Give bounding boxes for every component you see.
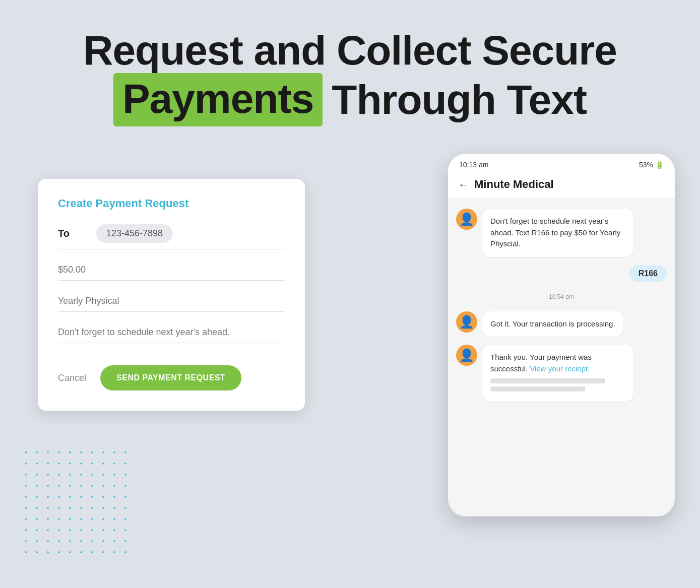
battery-level: 53% [639, 161, 653, 169]
to-field-row: To 123-456-7898 [58, 224, 285, 249]
message-row-3: 👤 Got it. Your transaction is processing… [456, 311, 667, 337]
bubble-1: Don't forget to schedule next year's ahe… [482, 209, 633, 257]
background: Request and Collect Secure Payments Thro… [0, 0, 700, 588]
chat-area: 👤 Don't forget to schedule next year's a… [448, 199, 675, 516]
message-row-4: 👤 Thank you. Your payment was successful… [456, 345, 667, 402]
bubble-2: Got it. Your transaction is processing. [482, 311, 623, 337]
dots-decoration [20, 447, 131, 558]
amount-input[interactable] [58, 259, 285, 281]
hero-section: Request and Collect Secure Payments Thro… [40, 28, 660, 126]
contact-name: Minute Medical [474, 178, 554, 191]
description-input[interactable] [58, 291, 285, 312]
form-title: Create Payment Request [58, 197, 285, 210]
hero-line1: Request and Collect Secure [40, 28, 660, 73]
form-actions: Cancel SEND PAYMENT REQUEST [58, 365, 285, 390]
to-label: To [58, 228, 88, 239]
message-row-2: R166 [456, 265, 667, 282]
hero-line2-rest: Through Text [332, 76, 587, 123]
avatar-person-icon-2: 👤 [459, 315, 474, 329]
bubble-3: Thank you. Your payment was successful. … [482, 345, 633, 402]
cancel-button[interactable]: Cancel [58, 373, 86, 383]
avatar-person-icon: 👤 [459, 212, 474, 226]
phone-status-bar: 10:13 am 53% 🔋 [448, 154, 675, 173]
text-line-1 [490, 378, 605, 383]
avatar-2: 👤 [456, 311, 477, 333]
view-receipt-link[interactable]: View your reciept. [530, 364, 590, 373]
text-line-2 [490, 386, 585, 391]
highlight-payments: Payments [113, 73, 323, 126]
battery-icon: 🔋 [655, 161, 664, 169]
phone-number-display: 123-456-7898 [96, 224, 173, 243]
message-input[interactable] [58, 322, 285, 343]
create-payment-form: Create Payment Request To 123-456-7898 C… [38, 179, 305, 411]
reply-code-bubble: R166 [629, 265, 667, 282]
phone-status-right: 53% 🔋 [639, 161, 664, 169]
avatar-3: 👤 [456, 345, 477, 366]
avatar-person-icon-3: 👤 [459, 348, 474, 362]
avatar-1: 👤 [456, 209, 477, 230]
phone-time: 10:13 am [459, 161, 488, 169]
phone-mockup: 10:13 am 53% 🔋 ← Minute Medical 👤 Don't … [448, 154, 675, 516]
hero-line2: Payments Through Text [40, 73, 660, 126]
message-row-1: 👤 Don't forget to schedule next year's a… [456, 209, 667, 257]
back-arrow-icon[interactable]: ← [458, 179, 468, 190]
timestamp-1054: 10:54 pm [456, 293, 667, 300]
send-payment-button[interactable]: SEND PAYMENT REQUEST [100, 365, 241, 390]
text-lines-decoration [490, 378, 625, 391]
phone-header: ← Minute Medical [448, 173, 675, 199]
